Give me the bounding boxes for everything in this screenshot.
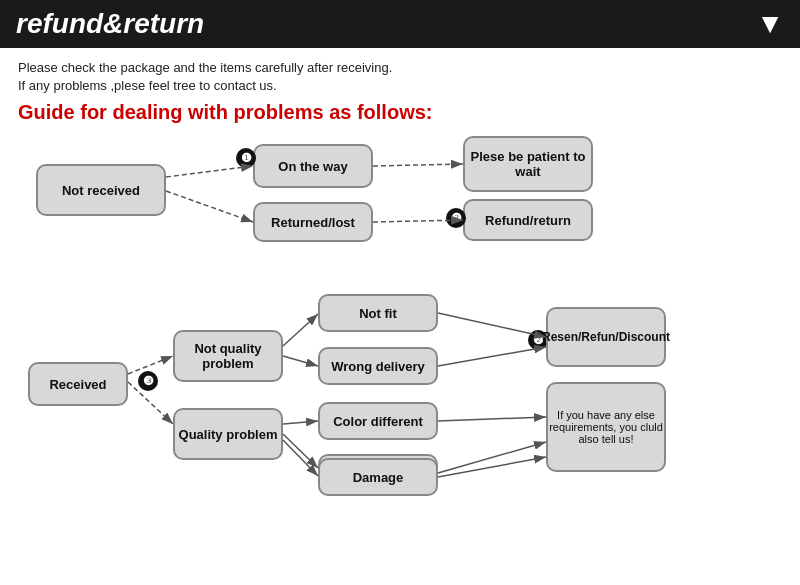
returned-lost-box: Returned/lost <box>253 202 373 242</box>
color-different-box: Color different <box>318 402 438 440</box>
badge-1: ❶ <box>236 148 256 168</box>
damage-box: Damage <box>318 458 438 496</box>
resen-box: Resen/Refun/Discount <box>546 307 666 367</box>
bottom-flow-section: Received ❸ Not quality problem Quality p… <box>18 272 782 502</box>
svg-line-11 <box>283 434 318 468</box>
top-flow-section: Not received On the way Returned/lost Pl… <box>18 134 782 264</box>
quality-problem-box: Quality problem <box>173 408 283 460</box>
badge-2-top: ❷ <box>446 208 466 228</box>
received-box: Received <box>28 362 128 406</box>
svg-line-9 <box>283 356 318 366</box>
svg-line-10 <box>283 421 318 424</box>
refund-return-box: Refund/return <box>463 199 593 241</box>
please-wait-box: Plese be patient to wait <box>463 136 593 192</box>
top-flow-diagram: Not received On the way Returned/lost Pl… <box>18 134 782 502</box>
svg-line-12 <box>283 440 318 476</box>
guide-title: Guide for dealing with problems as follo… <box>18 101 782 124</box>
badge-3: ❸ <box>138 371 158 391</box>
svg-line-17 <box>438 457 546 477</box>
info-line2: If any problems ,plese feel tree to cont… <box>18 78 782 93</box>
not-received-box: Not received <box>36 164 166 216</box>
arrow-icon: ▼ <box>756 8 784 40</box>
page-header: refund&return ▼ <box>0 0 800 48</box>
wrong-delivery-box: Wrong delivery <box>318 347 438 385</box>
not-quality-box: Not quality problem <box>173 330 283 382</box>
page-title: refund&return <box>16 8 204 40</box>
svg-line-1 <box>166 166 253 177</box>
svg-line-3 <box>373 164 463 166</box>
on-the-way-box: On the way <box>253 144 373 188</box>
page-body: Please check the package and the items c… <box>0 48 800 510</box>
svg-line-15 <box>438 417 546 421</box>
if-else-box: If you have any else requirements, you c… <box>546 382 666 472</box>
svg-line-16 <box>438 442 546 473</box>
svg-line-8 <box>283 314 318 346</box>
not-fit-box: Not fit <box>318 294 438 332</box>
svg-line-2 <box>166 191 253 222</box>
svg-line-14 <box>438 347 546 366</box>
info-line1: Please check the package and the items c… <box>18 60 782 75</box>
